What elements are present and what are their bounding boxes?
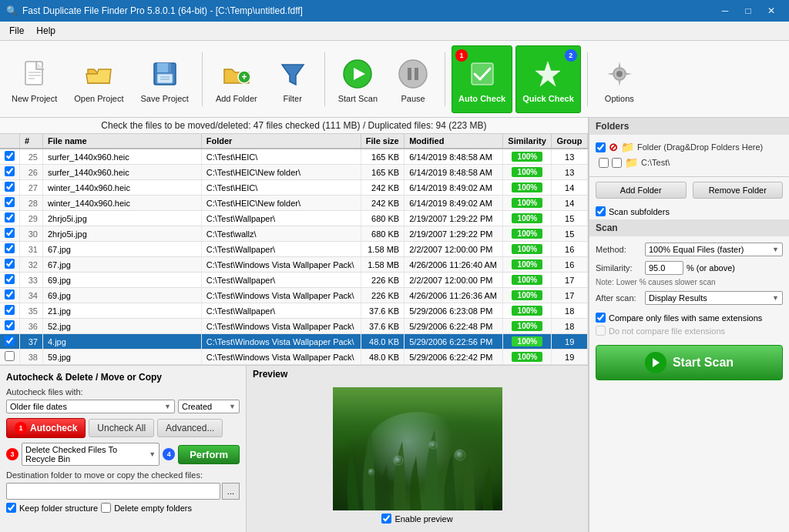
row-checkbox[interactable] [5, 197, 15, 207]
table-row[interactable]: 33 69.jpg C:\Test\Wallpaper\ 226 KB 2/2/… [0, 273, 588, 288]
row-checkbox-cell[interactable] [0, 211, 20, 226]
row-checkbox[interactable] [5, 336, 15, 346]
row-checkbox-cell[interactable] [0, 180, 20, 196]
table-row[interactable]: 38 59.jpg C:\Test\Windows Vista Wallpape… [0, 350, 588, 365]
after-scan-dropdown[interactable]: Display Results ▼ [645, 291, 783, 305]
destination-input[interactable] [6, 483, 220, 500]
auto-check-button[interactable]: 1 Auto Check [452, 45, 512, 113]
row-checkbox[interactable] [5, 151, 15, 161]
delete-empty-checkbox[interactable] [101, 503, 111, 513]
save-project-button[interactable]: Save Project [134, 45, 196, 113]
row-checkbox[interactable] [5, 212, 15, 223]
delete-empty-label[interactable]: Delete empty folders [101, 503, 192, 513]
compare-no-label[interactable]: Do not compare file extensions [596, 326, 783, 336]
row-checkbox-cell[interactable] [0, 226, 20, 242]
table-row[interactable]: 39 _0 Style wallpapers by AhmaD 003.jpg … [0, 365, 588, 366]
scan-subfolders-checkbox[interactable] [596, 206, 606, 216]
similarity-input[interactable] [645, 261, 683, 275]
table-row[interactable]: 32 67.jpg C:\Test\Windows Vista Wallpape… [0, 257, 588, 273]
options-button[interactable]: Options [594, 45, 645, 113]
start-scan-button[interactable]: Start Scan [596, 345, 783, 380]
row-checkbox-cell[interactable] [0, 196, 20, 211]
table-row[interactable]: 31 67.jpg C:\Test\Wallpaper\ 1.58 MB 2/2… [0, 242, 588, 257]
row-checkbox[interactable] [5, 243, 15, 253]
row-checkbox-cell[interactable] [0, 165, 20, 180]
filter-button[interactable]: Filter [267, 45, 318, 113]
minimize-button[interactable]: ─ [713, 3, 737, 18]
col-modified[interactable]: Modified [405, 134, 503, 149]
row-checkbox[interactable] [5, 228, 15, 238]
table-row[interactable]: 28 winter_1440x960.heic C:\Test\HEIC\New… [0, 196, 588, 211]
col-similarity[interactable]: Similarity [503, 134, 552, 149]
start-scan-toolbar-button[interactable]: Start Scan [331, 45, 384, 113]
folder-test-checkbox2[interactable] [612, 158, 622, 168]
keep-folder-checkbox[interactable] [6, 503, 16, 513]
enable-preview-checkbox[interactable] [381, 514, 391, 524]
keep-folder-label[interactable]: Keep folder structure [6, 503, 98, 513]
table-row[interactable]: 25 surfer_1440x960.heic C:\Test\HEIC\ 16… [0, 149, 588, 165]
new-project-button[interactable]: New Project [5, 45, 64, 113]
created-dropdown[interactable]: Created ▼ [178, 400, 240, 413]
row-checkbox-cell[interactable] [0, 242, 20, 257]
folder-placeholder-checkbox[interactable] [596, 142, 606, 152]
col-folder[interactable]: Folder [201, 134, 361, 149]
delete-dropdown[interactable]: Delete Checked Files To Recycle Bin ▼ [22, 443, 159, 466]
table-row[interactable]: 34 69.jpg C:\Test\Windows Vista Wallpape… [0, 288, 588, 303]
col-group[interactable]: Group [552, 134, 588, 149]
col-filename[interactable]: File name [43, 134, 202, 149]
row-checkbox[interactable] [5, 166, 15, 176]
row-checkbox-cell[interactable] [0, 365, 20, 366]
row-checkbox[interactable] [5, 182, 15, 192]
table-row[interactable]: 27 winter_1440x960.heic C:\Test\HEIC\ 24… [0, 180, 588, 196]
row-checkbox[interactable] [5, 274, 15, 284]
close-button[interactable]: ✕ [760, 3, 783, 18]
menu-help[interactable]: Help [30, 23, 62, 38]
table-row[interactable]: 36 52.jpg C:\Test\Windows Vista Wallpape… [0, 319, 588, 334]
row-checkbox-cell[interactable] [0, 334, 20, 350]
older-dates-dropdown[interactable]: Older file dates ▼ [6, 400, 175, 413]
table-row[interactable]: 37 4.jpg C:\Test\Windows Vista Wallpaper… [0, 334, 588, 350]
advanced-button[interactable]: Advanced... [157, 419, 223, 437]
col-num[interactable]: # [20, 134, 43, 149]
uncheck-all-button[interactable]: Uncheck All [89, 419, 154, 437]
add-folder-button[interactable]: + Add Folder [209, 45, 264, 113]
perform-button[interactable]: Perform [178, 445, 240, 464]
row-checkbox-cell[interactable] [0, 257, 20, 273]
row-checkbox[interactable] [5, 351, 15, 361]
row-checkbox-cell[interactable] [0, 149, 20, 165]
row-checkbox[interactable] [5, 320, 15, 330]
row-checkbox-cell[interactable] [0, 350, 20, 365]
folders-title: Folders [589, 118, 789, 135]
maximize-button[interactable]: □ [737, 3, 760, 18]
file-table-container[interactable]: # File name Folder File size Modified Si… [0, 134, 588, 365]
row-checkbox-cell[interactable] [0, 303, 20, 319]
add-folder-btn[interactable]: Add Folder [596, 182, 687, 199]
row-checkbox-cell[interactable] [0, 288, 20, 303]
compare-no-checkbox[interactable] [596, 326, 606, 336]
table-row[interactable]: 30 2hrjo5i.jpg C:\Test\wallz\ 680 KB 2/1… [0, 226, 588, 242]
compare-same-checkbox[interactable] [596, 313, 606, 323]
autocheck-button[interactable]: 1 Autocheck [6, 418, 86, 438]
row-checkbox[interactable] [5, 259, 15, 269]
menu-file[interactable]: File [3, 23, 30, 38]
enable-preview-label[interactable]: Enable preview [381, 514, 452, 524]
row-checkbox-cell[interactable] [0, 319, 20, 334]
pause-button[interactable]: Pause [388, 45, 438, 113]
folder-test-checkbox[interactable] [599, 158, 609, 168]
save-project-icon [146, 55, 183, 92]
open-project-button[interactable]: Open Project [67, 45, 130, 113]
col-filesize[interactable]: File size [361, 134, 404, 149]
method-dropdown[interactable]: 100% Equal Files (faster) ▼ [645, 243, 783, 256]
row-checkbox[interactable] [5, 305, 15, 315]
table-row[interactable]: 35 21.jpg C:\Test\Wallpaper\ 37.6 KB 5/2… [0, 303, 588, 319]
compare-same-label[interactable]: Compare only files with same extensions [596, 313, 783, 323]
scan-subfolders-label[interactable]: Scan subfolders [596, 206, 783, 216]
row-filesize: 37.6 KB [361, 303, 404, 319]
row-checkbox[interactable] [5, 289, 15, 299]
table-row[interactable]: 26 surfer_1440x960.heic C:\Test\HEIC\New… [0, 165, 588, 180]
remove-folder-btn[interactable]: Remove Folder [693, 182, 784, 199]
quick-check-button[interactable]: 2 Quick Check [515, 45, 581, 113]
row-checkbox-cell[interactable] [0, 273, 20, 288]
table-row[interactable]: 29 2hrjo5i.jpg C:\Test\Wallpaper\ 680 KB… [0, 211, 588, 226]
browse-button[interactable]: ... [222, 483, 240, 500]
